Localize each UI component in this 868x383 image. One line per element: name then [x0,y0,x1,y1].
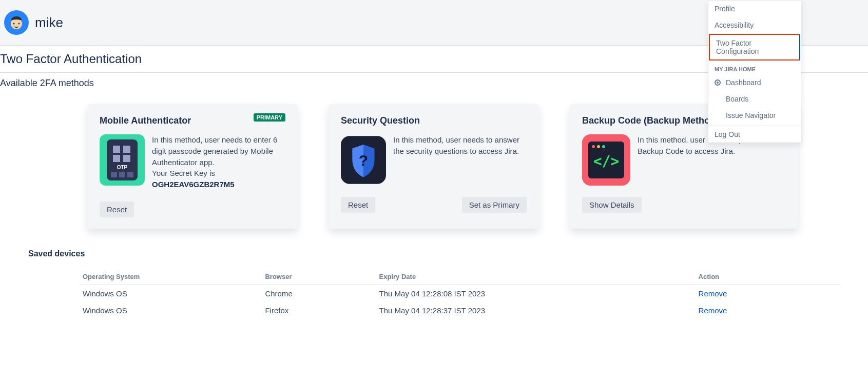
mobile-auth-desc: In this method, user needs to enter 6 di… [152,135,277,167]
menu-issue-navigator[interactable]: Issue Navigator [708,107,801,124]
secret-label: Your Secret Key is [152,169,215,177]
avatar[interactable] [4,10,29,35]
card-security-question: Security Question ? In this method, user… [329,104,539,229]
show-details-button[interactable]: Show Details [582,197,642,213]
col-expiry: Expiry Date [376,269,696,285]
card-mobile-authenticator: Mobile Authenticator PRIMARY OTP In [87,104,298,229]
table-row: Windows OS Chrome Thu May 04 12:28:08 IS… [80,285,840,302]
cell-expiry: Thu May 04 12:28:08 IST 2023 [376,285,696,302]
menu-logout[interactable]: Log Out [708,126,801,143]
svg-rect-9 [123,155,130,162]
radio-checked-icon [715,79,721,86]
menu-dashboard-label: Dashboard [726,78,761,87]
col-os: Operating System [80,269,262,285]
svg-point-2 [13,23,15,25]
avatar-face-icon [6,12,27,33]
remove-link[interactable]: Remove [699,289,727,298]
svg-rect-13 [127,172,133,177]
svg-point-19 [597,145,600,148]
reset-button[interactable]: Reset [100,201,134,217]
user-dropdown-menu: Profile Accessibility Two Factor Configu… [708,0,801,143]
saved-devices-title: Saved devices [28,249,840,258]
svg-rect-6 [113,146,120,153]
cell-browser: Chrome [262,285,376,302]
menu-section-title: MY JIRA HOME [708,61,801,74]
card-desc: In this method, user needs to answer the… [393,134,527,157]
menu-accessibility[interactable]: Accessibility [708,17,801,33]
mobile-authenticator-icon: OTP [100,134,145,186]
col-action: Action [696,269,840,285]
table-row: Windows OS Firefox Thu May 04 12:28:37 I… [80,302,840,319]
backup-code-icon: </> [582,134,630,186]
svg-text:OTP: OTP [117,165,128,170]
username: mike [35,15,63,31]
cell-expiry: Thu May 04 12:28:37 IST 2023 [376,302,696,319]
saved-devices-section: Saved devices Operating System Browser E… [0,249,868,334]
svg-point-20 [602,145,605,148]
svg-rect-7 [123,146,130,153]
col-browser: Browser [262,269,376,285]
cell-browser: Firefox [262,302,376,319]
svg-rect-8 [113,155,120,162]
menu-profile[interactable]: Profile [708,1,801,17]
svg-point-18 [592,145,595,148]
security-question-icon: ? [341,134,386,186]
remove-link[interactable]: Remove [699,306,727,315]
cell-os: Windows OS [80,302,262,319]
menu-two-factor-config[interactable]: Two Factor Configuration [709,34,800,61]
svg-text:?: ? [359,152,368,169]
cell-os: Windows OS [80,285,262,302]
svg-rect-11 [111,172,117,177]
svg-text:</>: </> [593,153,620,170]
svg-rect-12 [119,172,125,177]
menu-dashboard[interactable]: Dashboard [708,74,801,91]
secret-key: OGH2EAV6GZB2R7M5 [152,180,235,189]
menu-boards[interactable]: Boards [708,91,801,107]
set-primary-button[interactable]: Set as Primary [462,197,527,213]
card-desc: In this method, user needs to enter 6 di… [152,134,285,190]
primary-badge: PRIMARY [254,113,285,122]
saved-devices-table: Operating System Browser Expiry Date Act… [80,269,840,319]
reset-button[interactable]: Reset [341,197,375,213]
svg-point-3 [18,23,20,25]
card-title: Security Question [341,115,527,126]
